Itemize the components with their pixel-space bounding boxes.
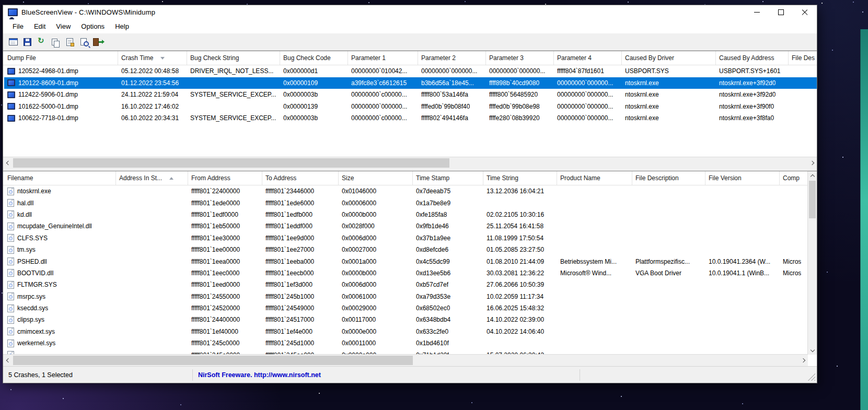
column-header-parameter-4[interactable]: Parameter 4 (554, 51, 622, 65)
cell: ntoskrnl.exe+3f92d0 (716, 91, 789, 98)
column-header-caused-by-address[interactable]: Caused By Address (716, 51, 789, 65)
cell: VGA Boot Driver (632, 270, 705, 277)
menu-file[interactable]: File (7, 20, 29, 32)
table-row[interactable]: 101622-5000-01.dmp16.10.2022 17:46:020x0… (4, 101, 817, 113)
maximize-button[interactable] (769, 5, 793, 19)
column-header-parameter-3[interactable]: Parameter 3 (486, 51, 554, 65)
scroll-right-button[interactable] (799, 355, 808, 366)
scroll-right-button[interactable] (808, 157, 817, 169)
scrollbar-thumb[interactable] (13, 356, 413, 365)
menu-options[interactable]: Options (76, 20, 110, 32)
table-row[interactable]: 100622-7718-01.dmp06.10.2022 20:34:31SYS… (4, 112, 817, 124)
column-header-dump-file[interactable]: Dump File (4, 51, 118, 65)
table-row[interactable]: kd.dllfffff801`1edf0000fffff801`1edfb000… (4, 209, 817, 220)
table-row[interactable]: tm.sysfffff801`1ee00000fffff801`1ee27000… (4, 244, 817, 255)
close-button[interactable] (793, 5, 817, 19)
menu-help[interactable]: Help (110, 20, 134, 32)
menu-view[interactable]: View (51, 20, 76, 32)
table-row[interactable]: BOOTVID.dllfffff801`1eec0000fffff801`1ee… (4, 267, 817, 279)
minimize-button[interactable] (745, 5, 769, 19)
cell: ntoskrnl.exe (622, 91, 716, 98)
column-header-size[interactable]: Size (339, 171, 413, 185)
table-row[interactable]: clipsp.sysfffff801`24400000fffff801`2451… (4, 314, 817, 325)
refresh-button[interactable] (34, 35, 48, 49)
column-header-filename[interactable]: Filename (4, 171, 116, 185)
column-label: Parameter 4 (557, 54, 592, 62)
table-row[interactable]: mcupdate_GenuineIntel.dllfffff801`1eb500… (4, 220, 817, 232)
table-row[interactable]: werkernel.sysfffff801`245c0000fffff801`2… (4, 337, 817, 349)
exit-button[interactable] (91, 35, 105, 49)
find-button[interactable] (77, 35, 90, 49)
column-header-time-stamp[interactable]: Time Stamp (413, 171, 483, 185)
column-header-address-in-st-[interactable]: Address In St... (116, 171, 188, 185)
cell: 0xb57cd7ef (413, 281, 483, 288)
table-row[interactable]: msrpc.sysfffff801`24550000fffff801`245b1… (4, 291, 817, 302)
cell: 0x0000e000 (339, 328, 413, 335)
cell: ffffed0b`99b08e98 (486, 103, 554, 110)
table-row[interactable]: ntoskrnl.exefffff801`22400000fffff801`23… (4, 185, 817, 197)
menu-bar: FileEditViewOptionsHelp (3, 19, 817, 33)
column-header-product-name[interactable]: Product Name (557, 171, 632, 185)
cell: 13.12.2036 16:04:21 (483, 188, 557, 195)
column-header-crash-time[interactable]: Crash Time (118, 51, 187, 65)
column-header-from-address[interactable]: From Address (188, 171, 262, 185)
column-header-bug-check-code[interactable]: Bug Check Code (280, 51, 348, 65)
crash-list-horizontal-scrollbar[interactable] (3, 157, 817, 169)
table-row[interactable]: 120122-8609-01.dmp01.12.2022 23:54:560x0… (4, 77, 817, 89)
column-label: Product Name (560, 174, 600, 182)
cell: 101622-5000-01.dmp (4, 103, 118, 110)
table-row[interactable]: hal.dllfffff801`1ede0000fffff801`1ede600… (4, 197, 817, 208)
properties-button[interactable] (63, 35, 76, 49)
column-header-caused-by-driver[interactable]: Caused By Driver (622, 51, 716, 65)
cell: BOOTVID.dll (4, 269, 116, 277)
cell: 04.10.2022 14:06:40 (483, 328, 557, 335)
scrollbar-thumb[interactable] (13, 158, 449, 168)
cell: 0x00006000 (339, 200, 413, 207)
table-row[interactable]: PSHED.dllfffff801`1eea0000fffff801`1eeba… (4, 255, 817, 267)
cell: 00000000`010042... (348, 67, 418, 75)
chevron-down-icon (810, 347, 814, 352)
cell: 0x633c2fe0 (413, 328, 483, 335)
column-header-bug-check-string[interactable]: Bug Check String (187, 51, 280, 65)
save-button[interactable] (20, 35, 34, 49)
table-row[interactable]: 112422-5906-01.dmp24.11.2022 21:59:04SYS… (4, 89, 817, 101)
column-header-file-description[interactable]: File Description (632, 171, 705, 185)
table-row[interactable]: 120522-4968-01.dmp05.12.2022 00:48:58DRI… (4, 65, 817, 77)
cell: fffff801`23446000 (262, 188, 339, 195)
column-header-parameter-1[interactable]: Parameter 1 (348, 51, 418, 65)
column-header-to-address[interactable]: To Address (262, 171, 339, 185)
scroll-up-button[interactable] (808, 171, 817, 180)
scroll-left-button[interactable] (3, 355, 12, 366)
cell: 0xd8efcde6 (413, 246, 483, 253)
cell: 00000000`c00000... (348, 91, 418, 98)
desktop: BlueScreenView - C:\WINDOWS\Minidump Fil… (0, 0, 868, 410)
copy-button[interactable] (49, 35, 62, 49)
cell: 0x00117000 (339, 316, 413, 323)
column-label: File Version (709, 174, 742, 182)
column-header-file-version[interactable]: File Version (705, 171, 780, 185)
module-list-vertical-scrollbar[interactable] (807, 171, 817, 355)
scrollbar-thumb[interactable] (809, 181, 816, 218)
scroll-down-button[interactable] (808, 346, 817, 355)
table-row[interactable]: FLTMGR.SYSfffff801`1eed0000fffff801`1ef3… (4, 279, 817, 290)
menu-edit[interactable]: Edit (29, 20, 51, 32)
column-header-comp[interactable]: Comp (780, 171, 808, 185)
table-row[interactable]: CLFS.SYSfffff801`1ee30000fffff801`1ee9d0… (4, 232, 817, 244)
scroll-left-button[interactable] (3, 157, 12, 169)
cell: 0x0001a000 (339, 258, 413, 265)
cell: 0x00061000 (339, 293, 413, 300)
column-header-parameter-2[interactable]: Parameter 2 (418, 51, 486, 65)
column-header-file-des[interactable]: File Des (789, 51, 817, 65)
resize-grip[interactable] (808, 373, 815, 381)
copy-icon (52, 39, 57, 45)
column-header-time-string[interactable]: Time String (483, 171, 557, 185)
table-row[interactable]: ksecdd.sysfffff801`24520000fffff801`2454… (4, 302, 817, 314)
cell: 0x0000003b (280, 91, 348, 98)
window-button[interactable] (6, 35, 20, 49)
table-row[interactable]: cmimcext.sysfffff801`1ef40000fffff801`1e… (4, 326, 817, 337)
nirsoft-link[interactable]: NirSoft Freeware. http://www.nirsoft.net (193, 371, 580, 379)
module-list-horizontal-scrollbar[interactable] (3, 354, 808, 366)
properties-icon (66, 38, 73, 46)
cell: 10.02.2059 11:17:34 (483, 293, 557, 300)
cell: ntoskrnl.exe+3f8fa0 (716, 114, 789, 122)
